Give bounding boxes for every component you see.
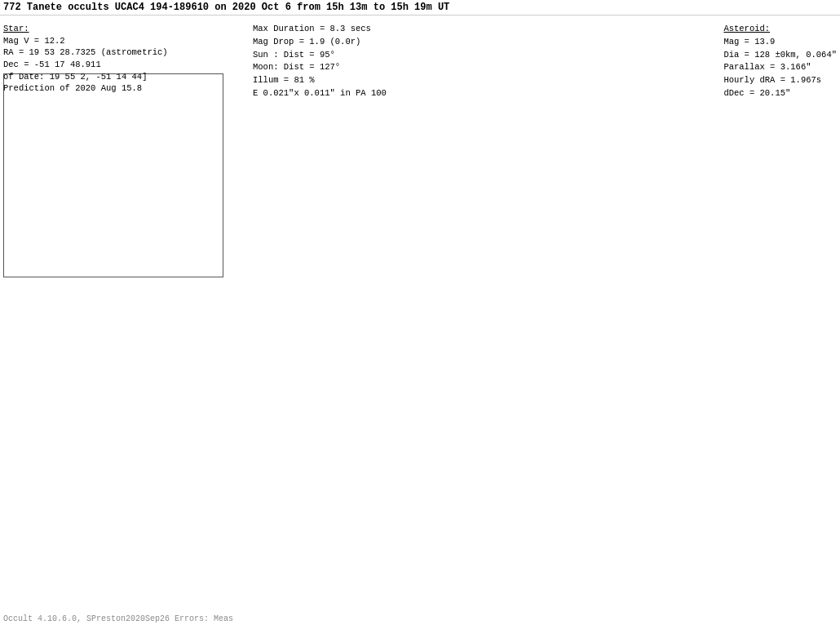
footer: Occult 4.10.6.0, SPreston2020Sep26 Error… [3,614,233,623]
star-prediction: Prediction of 2020 Aug 15.8 [3,82,168,95]
asteroid-mag: Mag = 13.9 [723,36,837,49]
asteroid-dra: Hourly dRA = 1.967s [723,74,837,87]
asteroid-dia: Dia = 128 ±0km, 0.064" [723,49,837,62]
asteroid-heading: Asteroid: [723,23,837,36]
star-dec: Dec = -51 17 48.911 [3,59,168,71]
illum: Illum = 81 % [253,74,387,87]
mag-drop: Mag Drop = 1.9 (0.0r) [253,36,387,49]
star-chart-canvas [4,74,223,277]
sun-dist: Sun : Dist = 95° [253,49,387,62]
star-ra: RA = 19 53 28.7325 (astrometric) [3,47,168,59]
star-mag: Mag V = 12.2 [3,35,168,47]
header: 772 Tanete occults UCAC4 194-189610 on 2… [0,0,840,16]
asteroid-parallax: Parallax = 3.166" [723,61,837,74]
star-chart [3,73,223,277]
moon-dist: Moon: Dist = 127° [253,61,387,74]
map-area [0,73,840,625]
star-heading: Star: [3,23,168,35]
error-ellipse: E 0.021"x 0.011" in PA 100 [253,87,387,100]
footer-text: Occult 4.10.6.0, SPreston2020Sep26 Error… [3,614,233,623]
max-duration: Max Duration = 8.3 secs [253,23,387,36]
star-ofdate: of Date: 19 55 2, -51 14 44] [3,71,168,83]
page-title: 772 Tanete occults UCAC4 194-189610 on 2… [3,2,837,13]
asteroid-ddec: dDec = 20.15" [723,87,837,100]
center-info: Max Duration = 8.3 secs Mag Drop = 1.9 (… [253,23,387,100]
asteroid-info: Asteroid: Mag = 13.9 Dia = 128 ±0km, 0.0… [723,23,837,100]
star-info: Star: Mag V = 12.2 RA = 19 53 28.7325 (a… [3,23,168,95]
